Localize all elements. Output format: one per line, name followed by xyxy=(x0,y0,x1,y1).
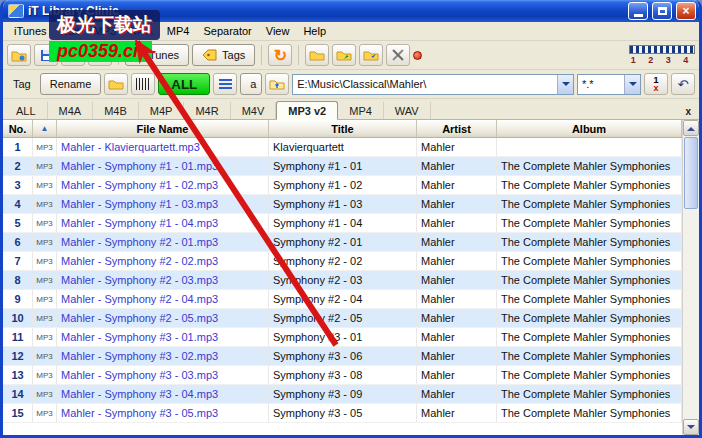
cell-file[interactable]: Mahler - Symphony #2 - 03.mp3 xyxy=(57,271,269,289)
close-button[interactable]: × xyxy=(676,2,696,20)
xml-export-button[interactable]: XML xyxy=(61,44,85,66)
cell-file[interactable]: Mahler - Symphony #3 - 02.mp3 xyxy=(57,347,269,365)
table-row[interactable]: 11MP3Mahler - Symphony #3 - 01.mp3Sympho… xyxy=(3,328,682,347)
table-row[interactable]: 12MP3Mahler - Symphony #3 - 02.mp3Sympho… xyxy=(3,347,682,366)
tab-wav[interactable]: WAV xyxy=(384,102,431,119)
table-row[interactable]: 8MP3Mahler - Symphony #2 - 03.mp3Symphon… xyxy=(3,271,682,290)
cell-file[interactable]: Mahler - Symphony #3 - 03.mp3 xyxy=(57,366,269,384)
show-all-button[interactable]: ALL xyxy=(158,73,210,95)
list-view-button[interactable] xyxy=(213,73,237,95)
tab-m4a[interactable]: M4A xyxy=(48,102,94,119)
count-toggle-button[interactable]: 1 x xyxy=(644,73,668,95)
audio-preview-button[interactable] xyxy=(88,44,112,66)
scroll-down-button[interactable] xyxy=(683,419,699,435)
open-library-button[interactable] xyxy=(7,44,31,66)
menu-item-mp3[interactable]: MP3 xyxy=(87,23,124,39)
header-file-name[interactable]: File Name xyxy=(57,120,269,137)
scrollbar-track[interactable] xyxy=(683,210,699,419)
cell-file[interactable]: Mahler - Symphony #1 - 04.mp3 xyxy=(57,214,269,232)
cell-file[interactable]: Mahler - Klavierquartett.mp3 xyxy=(57,138,269,156)
scrollbar-thumb[interactable] xyxy=(684,137,698,209)
cell-artist: Mahler xyxy=(417,176,497,194)
table-row[interactable]: 14MP3Mahler - Symphony #3 - 04.mp3Sympho… xyxy=(3,385,682,404)
table-row[interactable]: 3MP3Mahler - Symphony #1 - 02.mp3Symphon… xyxy=(3,176,682,195)
cell-album xyxy=(497,138,682,156)
table-row[interactable]: 13MP3Mahler - Symphony #3 - 03.mp3Sympho… xyxy=(3,366,682,385)
path-dropdown-arrow-icon[interactable] xyxy=(557,75,573,94)
save-library-button[interactable] xyxy=(34,44,58,66)
table-row[interactable]: 9MP3Mahler - Symphony #2 - 04.mp3Symphon… xyxy=(3,290,682,309)
table-row[interactable]: 5MP3Mahler - Symphony #1 - 04.mp3Symphon… xyxy=(3,214,682,233)
app-window: iT Library Clinic × iTunesEditMP3M4AMP4S… xyxy=(0,0,702,438)
folder-import-button[interactable] xyxy=(332,44,356,66)
tab-mp3-v2[interactable]: MP3 v2 xyxy=(276,101,338,120)
tools-button[interactable] xyxy=(386,44,410,66)
vertical-scrollbar[interactable] xyxy=(682,120,699,435)
table-row[interactable]: 15MP3Mahler - Symphony #3 - 05.mp3Sympho… xyxy=(3,404,682,423)
maximize-button[interactable] xyxy=(652,2,672,20)
header-title[interactable]: Title xyxy=(269,120,417,137)
menu-item-m4a[interactable]: M4A xyxy=(123,23,160,39)
cell-file[interactable]: Mahler - Symphony #2 - 01.mp3 xyxy=(57,233,269,251)
undo-button[interactable]: ↶ xyxy=(671,73,695,95)
tab-m4p[interactable]: M4P xyxy=(139,102,185,119)
header-sort[interactable]: ▲ xyxy=(33,120,57,137)
tab-all[interactable]: ALL xyxy=(5,102,48,119)
header-artist[interactable]: Artist xyxy=(417,120,497,137)
filter-dropdown-arrow-icon[interactable] xyxy=(624,75,640,94)
tag-mode-label[interactable]: Tag xyxy=(7,78,37,90)
cell-file[interactable]: Mahler - Symphony #2 - 04.mp3 xyxy=(57,290,269,308)
cell-album: The Complete Mahler Symphonies xyxy=(497,214,682,232)
rename-button[interactable]: Rename xyxy=(40,73,102,95)
barcode-view-button[interactable] xyxy=(131,73,155,95)
barcode-icon xyxy=(136,78,150,90)
tab-m4b[interactable]: M4B xyxy=(93,102,139,119)
cell-title: Symphony #2 - 01 xyxy=(269,233,417,251)
table-row[interactable]: 6MP3Mahler - Symphony #2 - 01.mp3Symphon… xyxy=(3,233,682,252)
table-row[interactable]: 1MP3Mahler - Klavierquartett.mp3Klavierq… xyxy=(3,138,682,157)
menu-item-mp4[interactable]: MP4 xyxy=(160,23,197,39)
menu-item-separator[interactable]: Separator xyxy=(196,23,258,39)
tags-button[interactable]: Tags xyxy=(192,44,255,66)
filter-combobox[interactable]: *.* xyxy=(577,74,641,95)
header-album[interactable]: Album xyxy=(497,120,682,137)
cell-file[interactable]: Mahler - Symphony #3 - 05.mp3 xyxy=(57,404,269,422)
refresh-button[interactable]: ↻ xyxy=(268,44,292,66)
menu-item-help[interactable]: Help xyxy=(296,23,333,39)
folder-button[interactable] xyxy=(305,44,329,66)
table-row[interactable]: 2MP3Mahler - Symphony #1 - 01.mp3Symphon… xyxy=(3,157,682,176)
cell-no: 15 xyxy=(3,404,33,422)
title-bar[interactable]: iT Library Clinic × xyxy=(3,0,699,22)
scroll-up-button[interactable] xyxy=(683,120,699,136)
menu-item-view[interactable]: View xyxy=(259,23,297,39)
itunes-button[interactable]: ♪ iTunes xyxy=(125,44,189,66)
cell-file[interactable]: Mahler - Symphony #1 - 02.mp3 xyxy=(57,176,269,194)
table-row[interactable]: 4MP3Mahler - Symphony #1 - 03.mp3Symphon… xyxy=(3,195,682,214)
lowercase-button[interactable]: a xyxy=(240,73,262,95)
menu-item-itunes[interactable]: iTunes xyxy=(7,23,54,39)
table-row[interactable]: 7MP3Mahler - Symphony #2 - 02.mp3Symphon… xyxy=(3,252,682,271)
path-combobox[interactable]: E:\Music\Classical\Mahler\ xyxy=(292,74,574,95)
cell-no: 6 xyxy=(3,233,33,251)
cell-file[interactable]: Mahler - Symphony #2 - 02.mp3 xyxy=(57,252,269,270)
cell-file[interactable]: Mahler - Symphony #1 - 03.mp3 xyxy=(57,195,269,213)
tab-close-button[interactable]: x xyxy=(679,104,697,119)
table-row[interactable]: 10MP3Mahler - Symphony #2 - 05.mp3Sympho… xyxy=(3,309,682,328)
open-folder-icon xyxy=(108,78,124,90)
minimize-button[interactable] xyxy=(628,2,648,20)
x-label: x xyxy=(653,84,658,92)
cell-file[interactable]: Mahler - Symphony #1 - 01.mp3 xyxy=(57,157,269,175)
pager-numbers: 1 2 3 4 xyxy=(631,55,694,65)
folder-up-button[interactable] xyxy=(265,73,289,95)
header-no[interactable]: No. xyxy=(3,120,33,137)
cell-file[interactable]: Mahler - Symphony #3 - 04.mp3 xyxy=(57,385,269,403)
browse-folder-button[interactable] xyxy=(104,73,128,95)
tab-m4r[interactable]: M4R xyxy=(184,102,230,119)
cell-file[interactable]: Mahler - Symphony #3 - 01.mp3 xyxy=(57,328,269,346)
tab-mp4[interactable]: MP4 xyxy=(338,102,384,119)
cell-file[interactable]: Mahler - Symphony #2 - 05.mp3 xyxy=(57,309,269,327)
menu-item-edit[interactable]: Edit xyxy=(54,23,87,39)
cell-artist: Mahler xyxy=(417,252,497,270)
tab-m4v[interactable]: M4V xyxy=(231,102,277,119)
folder-export-button[interactable] xyxy=(359,44,383,66)
